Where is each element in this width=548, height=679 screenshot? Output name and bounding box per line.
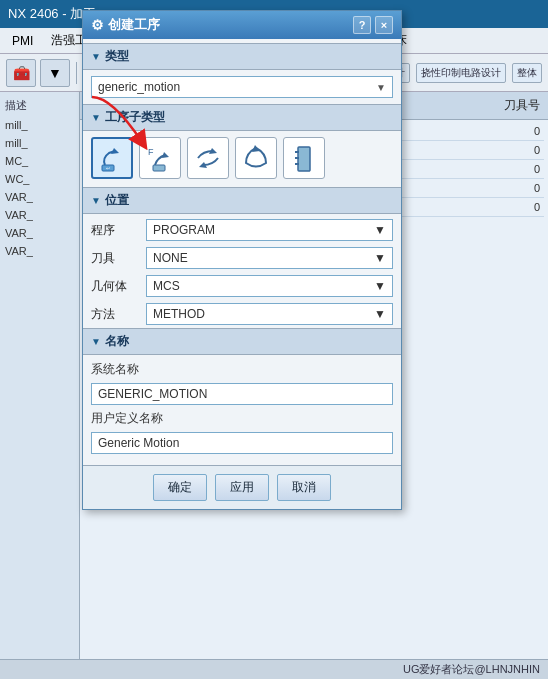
subtype-icon-5[interactable] [283, 137, 325, 179]
user-name-label: 用户定义名称 [83, 408, 401, 429]
geometry-label: 几何体 [91, 278, 146, 295]
svg-rect-9 [298, 147, 310, 171]
dialog-body: ▼ 类型 generic_motion ▼ ▼ 工序子类型 [83, 39, 401, 465]
type-select-row: generic_motion ▼ [83, 72, 401, 104]
location-section-header[interactable]: ▼ 位置 [83, 187, 401, 214]
subtype-section-header[interactable]: ▼ 工序子类型 [83, 104, 401, 131]
apply-button[interactable]: 应用 [215, 474, 269, 501]
subtype-icon-2[interactable]: F [139, 137, 181, 179]
confirm-button[interactable]: 确定 [153, 474, 207, 501]
dialog-footer: 确定 应用 取消 [83, 465, 401, 509]
svg-text:F: F [148, 147, 154, 157]
dialog-overlay: ⚙ 创建工序 ? × ▼ 类型 generic_motion ▼ ▼ 工序子类型 [0, 0, 548, 679]
user-name-field[interactable]: Generic Motion [91, 432, 393, 454]
method-arrow: ▼ [374, 307, 386, 321]
subtype-icon-3[interactable] [187, 137, 229, 179]
dialog-gear-icon: ⚙ [91, 17, 104, 33]
subtype-section-label: 工序子类型 [105, 109, 165, 126]
tool-arrow: ▼ [374, 251, 386, 265]
tool-label: 刀具 [91, 250, 146, 267]
method-dropdown[interactable]: METHOD ▼ [146, 303, 393, 325]
method-field-row: 方法 METHOD ▼ [83, 300, 401, 328]
method-value: METHOD [153, 307, 205, 321]
sys-name-label: 系统名称 [83, 359, 401, 380]
dialog-title: 创建工序 [108, 16, 349, 34]
geometry-field-row: 几何体 MCS ▼ [83, 272, 401, 300]
location-section-label: 位置 [105, 192, 129, 209]
program-field-row: 程序 PROGRAM ▼ [83, 216, 401, 244]
subtype-icon-4[interactable] [235, 137, 277, 179]
type-dropdown-arrow: ▼ [376, 82, 386, 93]
program-value: PROGRAM [153, 223, 215, 237]
location-collapse-arrow: ▼ [91, 195, 101, 206]
svg-rect-12 [295, 163, 299, 165]
svg-text:↩: ↩ [106, 165, 110, 171]
cancel-button[interactable]: 取消 [277, 474, 331, 501]
geometry-value: MCS [153, 279, 180, 293]
name-section-label: 名称 [105, 333, 129, 350]
tool-field-row: 刀具 NONE ▼ [83, 244, 401, 272]
subtype-collapse-arrow: ▼ [91, 112, 101, 123]
dialog-help-btn[interactable]: ? [353, 16, 371, 34]
program-label: 程序 [91, 222, 146, 239]
type-dropdown[interactable]: generic_motion ▼ [91, 76, 393, 98]
tool-dropdown[interactable]: NONE ▼ [146, 247, 393, 269]
sys-name-field[interactable]: GENERIC_MOTION [91, 383, 393, 405]
name-section-content: 系统名称 GENERIC_MOTION 用户定义名称 Generic Motio… [83, 357, 401, 461]
dialog-close-btn[interactable]: × [375, 16, 393, 34]
location-fields: 程序 PROGRAM ▼ 刀具 NONE ▼ 几何体 MC [83, 216, 401, 328]
name-section-header[interactable]: ▼ 名称 [83, 328, 401, 355]
method-label: 方法 [91, 306, 146, 323]
subtype-icon-1[interactable]: ↩ [91, 137, 133, 179]
tool-value: NONE [153, 251, 188, 265]
svg-rect-11 [295, 157, 299, 159]
create-operation-dialog: ⚙ 创建工序 ? × ▼ 类型 generic_motion ▼ ▼ 工序子类型 [82, 10, 402, 510]
svg-rect-10 [295, 151, 299, 153]
geometry-arrow: ▼ [374, 279, 386, 293]
svg-marker-4 [162, 152, 169, 158]
type-section-header[interactable]: ▼ 类型 [83, 43, 401, 70]
subtype-icons-container: ↩ F [83, 133, 401, 187]
program-arrow: ▼ [374, 223, 386, 237]
type-section-label: 类型 [105, 48, 129, 65]
geometry-dropdown[interactable]: MCS ▼ [146, 275, 393, 297]
svg-rect-5 [153, 165, 165, 171]
name-collapse-arrow: ▼ [91, 336, 101, 347]
dialog-titlebar: ⚙ 创建工序 ? × [83, 11, 401, 39]
type-collapse-arrow: ▼ [91, 51, 101, 62]
program-dropdown[interactable]: PROGRAM ▼ [146, 219, 393, 241]
type-value: generic_motion [98, 80, 180, 94]
